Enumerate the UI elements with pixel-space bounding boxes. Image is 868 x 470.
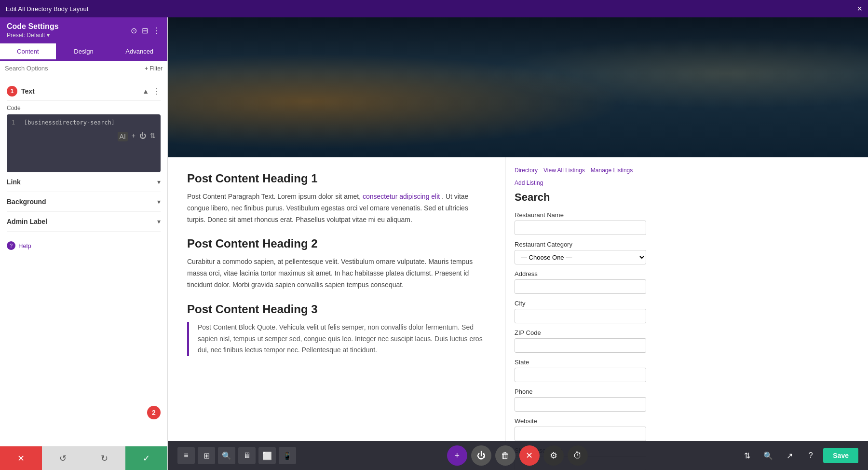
toolbar-grid-icon[interactable]: ⊞ xyxy=(198,447,215,464)
post-paragraph-1-text: Post Content Paragraph Text. Lorem ipsum… xyxy=(187,193,361,200)
nav-manage[interactable]: Manage Listings xyxy=(591,167,633,174)
undo-button[interactable]: ↺ xyxy=(42,446,84,470)
field-label-city: City xyxy=(515,300,646,307)
delete-action-button[interactable]: 🗑 xyxy=(495,445,515,466)
text-chevron-icon: ▲ xyxy=(142,87,149,95)
sidebar-bottom: ✕ ↺ ↻ ✓ xyxy=(0,446,167,470)
cancel-bottom-button[interactable]: ✕ xyxy=(0,446,42,470)
field-label-phone: Phone xyxy=(515,388,646,395)
sidebar-header: Code Settings Preset: Default ▾ ⊙ ⊟ ⋮ xyxy=(0,17,167,43)
text-section-title: Text xyxy=(21,87,35,95)
power-icon[interactable]: ⏻ xyxy=(139,132,146,141)
post-content: Post Content Heading 1 Post Content Para… xyxy=(168,157,505,470)
field-zip[interactable] xyxy=(515,338,646,353)
toolbar-menu-icon[interactable]: ≡ xyxy=(177,447,195,464)
background-chevron-icon: ▾ xyxy=(157,198,161,206)
power-action-button[interactable]: ⏻ xyxy=(471,445,491,466)
toolbar-center: + ⏻ 🗑 ✕ ⚙ ⏱ xyxy=(447,445,588,466)
post-paragraph-2: Curabitur a commodo sapien, at pellentes… xyxy=(187,256,486,290)
tab-design[interactable]: Design xyxy=(56,43,112,61)
line-number-1: 1 xyxy=(12,119,19,126)
toolbar-left: ≡ ⊞ 🔍 🖥 ⬜ 📱 xyxy=(177,447,296,464)
field-label-zip: ZIP Code xyxy=(515,329,646,336)
help-right-icon[interactable]: ? xyxy=(802,447,819,464)
more-icon[interactable]: ⋮ xyxy=(153,26,161,35)
field-restaurant-category[interactable]: — Choose One — xyxy=(515,250,646,264)
link-chevron-icon: ▾ xyxy=(157,178,161,186)
tab-content[interactable]: Content xyxy=(0,43,56,61)
field-address[interactable] xyxy=(515,279,646,294)
hero-section: Your Dynamic Post Title Will Display Her… xyxy=(168,17,868,157)
text-dots-icon[interactable]: ⋮ xyxy=(153,87,161,96)
sidebar-content: 1 Text ▲ ⋮ Code 1 [businessdirectory-sea… xyxy=(0,76,167,446)
text-section-header[interactable]: 1 Text ▲ ⋮ xyxy=(7,81,161,101)
code-editor[interactable]: 1 [businessdirectory-search] AI + ⏻ ⇅ xyxy=(7,114,161,172)
close-action-button[interactable]: ✕ xyxy=(519,445,540,466)
link-section[interactable]: Link ▾ xyxy=(7,172,161,192)
post-heading-1: Post Content Heading 1 xyxy=(187,172,486,185)
sidebar-tabs: Content Design Advanced xyxy=(0,43,167,61)
field-restaurant-name[interactable] xyxy=(515,221,646,235)
toolbar-search-left-icon[interactable]: 🔍 xyxy=(218,447,235,464)
sidebar-header-info: Code Settings Preset: Default ▾ xyxy=(7,22,59,39)
post-heading-2: Post Content Heading 2 xyxy=(187,237,486,250)
admin-chevron-icon: ▾ xyxy=(157,218,161,225)
redo-button[interactable]: ↻ xyxy=(84,446,126,470)
confirm-button[interactable]: ✓ xyxy=(125,446,167,470)
top-bar: Edit All Directory Body Layout × xyxy=(0,0,868,17)
code-line-1: 1 [businessdirectory-search] xyxy=(12,119,156,126)
text-badge: 1 xyxy=(7,86,17,97)
widget-title: Search xyxy=(515,191,646,204)
field-label-website: Website xyxy=(515,417,646,425)
add-icon[interactable]: + xyxy=(132,132,136,141)
target-icon[interactable]: ⊙ xyxy=(131,26,137,35)
columns-icon[interactable]: ⊟ xyxy=(142,26,148,35)
link-section-title: Link xyxy=(7,178,21,186)
help-button[interactable]: ? Help xyxy=(7,241,161,250)
toolbar-mobile-icon[interactable]: 📱 xyxy=(279,447,296,464)
text-section-left: 1 Text xyxy=(7,86,35,97)
search-widget: Directory View All Listings Manage Listi… xyxy=(505,157,655,470)
field-state[interactable] xyxy=(515,368,646,382)
add-action-button[interactable]: + xyxy=(447,445,467,466)
close-button[interactable]: × xyxy=(857,4,862,14)
top-bar-title: Edit All Directory Body Layout xyxy=(6,5,88,13)
external-icon[interactable]: ↗ xyxy=(781,447,798,464)
settings-action-button[interactable]: ⚙ xyxy=(543,445,564,466)
toolbar-right: ⇅ 🔍 ↗ ? Save xyxy=(738,447,858,464)
code-settings-title: Code Settings xyxy=(7,22,59,31)
toolbar-desktop-icon[interactable]: 🖥 xyxy=(238,447,256,464)
field-label-state: State xyxy=(515,359,646,366)
field-label-restaurant-category: Restaurant Category xyxy=(515,241,646,248)
field-phone[interactable] xyxy=(515,397,646,412)
nav-add[interactable]: Add Listing xyxy=(515,180,543,186)
tab-advanced[interactable]: Advanced xyxy=(111,43,167,61)
timer-action-button[interactable]: ⏱ xyxy=(568,445,588,466)
admin-label-section-title: Admin Label xyxy=(7,218,47,225)
ai-badge[interactable]: AI xyxy=(118,132,128,141)
filter-button[interactable]: + Filter xyxy=(145,65,163,72)
search-options-input[interactable] xyxy=(5,65,142,72)
help-icon: ? xyxy=(7,241,15,250)
background-section-title: Background xyxy=(7,198,46,206)
post-link-1[interactable]: consectetur adipiscing elit xyxy=(363,193,440,200)
nav-directory[interactable]: Directory xyxy=(515,167,538,174)
code-section: Code 1 [businessdirectory-search] AI + ⏻… xyxy=(7,105,161,172)
arrow-icon[interactable]: ⇅ xyxy=(150,132,156,141)
search-right-icon[interactable]: 🔍 xyxy=(760,447,777,464)
field-city[interactable] xyxy=(515,309,646,323)
bottom-badge: 2 xyxy=(147,406,161,419)
field-website[interactable] xyxy=(515,427,646,441)
field-label-restaurant-name: Restaurant Name xyxy=(515,211,646,219)
save-button[interactable]: Save xyxy=(823,448,858,463)
code-content-1: [businessdirectory-search] xyxy=(24,119,115,126)
field-label-address: Address xyxy=(515,270,646,277)
nav-view-all[interactable]: View All Listings xyxy=(543,167,585,174)
preset-label[interactable]: Preset: Default ▾ xyxy=(7,32,59,39)
background-section[interactable]: Background ▾ xyxy=(7,192,161,212)
help-label: Help xyxy=(18,242,31,249)
admin-label-section[interactable]: Admin Label ▾ xyxy=(7,212,161,232)
filter-right-icon[interactable]: ⇅ xyxy=(738,447,756,464)
preview-area: Your Dynamic Post Title Will Display Her… xyxy=(168,17,868,470)
toolbar-tablet-icon[interactable]: ⬜ xyxy=(258,447,276,464)
